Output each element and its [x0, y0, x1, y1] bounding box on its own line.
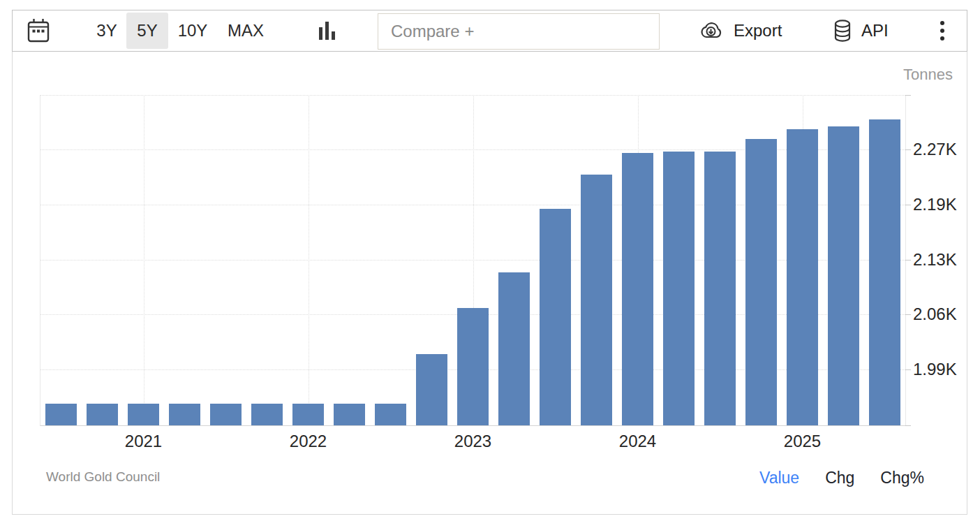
bar[interactable]: [498, 272, 530, 425]
bar[interactable]: [169, 404, 200, 425]
bar[interactable]: [45, 404, 77, 425]
bar[interactable]: [869, 119, 900, 425]
footer-tab-value[interactable]: Value: [759, 469, 799, 487]
export-button[interactable]: Export: [697, 10, 782, 51]
range-buttons: 3Y5Y10YMAX: [13, 10, 306, 51]
y-tick-mark: [905, 314, 911, 315]
footer-tab-chgpct[interactable]: Chg%: [880, 469, 924, 487]
range-button-max[interactable]: MAX: [225, 13, 266, 49]
x-axis-label: 2021: [125, 432, 162, 451]
bar[interactable]: [704, 152, 736, 425]
bar-chart-type-icon: [319, 27, 322, 40]
source-label: World Gold Council: [46, 469, 160, 485]
y-axis-label: 2.13K: [913, 250, 957, 270]
x-axis-label: 2024: [619, 432, 656, 451]
bar[interactable]: [540, 209, 571, 425]
range-button-3y[interactable]: 3Y: [95, 13, 119, 49]
y-axis-label: 2.19K: [913, 195, 957, 214]
bar[interactable]: [622, 153, 653, 425]
y-axis-label: 2.27K: [913, 140, 957, 159]
y-tick-mark: [905, 260, 911, 261]
kebab-menu-button[interactable]: [939, 10, 946, 51]
database-icon: [833, 19, 852, 43]
api-label: API: [861, 21, 889, 41]
bar[interactable]: [457, 308, 489, 425]
export-label: Export: [734, 21, 782, 41]
x-axis-label: 2025: [784, 432, 821, 451]
bar[interactable]: [210, 404, 242, 425]
bar[interactable]: [787, 129, 818, 425]
bar[interactable]: [128, 404, 159, 425]
compare-input[interactable]: [378, 13, 660, 50]
footer-tab-chg[interactable]: Chg: [825, 469, 854, 487]
x-axis-label: 2023: [454, 432, 491, 451]
chart-toolbar: 3Y5Y10YMAX Export API: [12, 10, 967, 52]
x-gridline: [309, 95, 309, 425]
bar[interactable]: [416, 354, 447, 425]
unit-label: Tonnes: [903, 66, 953, 84]
y-tick-mark: [905, 369, 911, 370]
bar[interactable]: [581, 175, 612, 425]
y-tick-mark: [905, 205, 911, 205]
bar[interactable]: [292, 404, 324, 425]
plot-area: 2.27K2.19K2.13K2.06K1.99K202120222023202…: [40, 95, 906, 426]
y-axis-label: 2.06K: [913, 305, 957, 324]
range-button-10y[interactable]: 10Y: [177, 13, 208, 49]
bar[interactable]: [375, 404, 406, 425]
bar[interactable]: [663, 152, 695, 425]
bar[interactable]: [87, 404, 118, 425]
y-tick-mark: [905, 149, 911, 150]
bar[interactable]: [828, 126, 859, 425]
api-button[interactable]: API: [833, 10, 889, 51]
kebab-menu-icon: [940, 29, 944, 33]
y-tick-mark: [905, 425, 911, 426]
kebab-menu-icon: [940, 21, 944, 25]
bar[interactable]: [251, 404, 283, 425]
bar[interactable]: [334, 404, 365, 425]
x-gridline: [144, 95, 144, 425]
y-axis-label: 1.99K: [913, 360, 957, 379]
chart-type-button[interactable]: [317, 20, 338, 41]
bar[interactable]: [745, 139, 777, 425]
footer-tabs: ValueChgChg%: [759, 469, 924, 487]
bar-chart-type-icon: [325, 22, 329, 40]
cloud-download-icon: [697, 20, 725, 41]
kebab-menu-icon: [940, 36, 944, 41]
chart-card: Tonnes 2.27K2.19K2.13K2.06K1.99K20212022…: [12, 52, 967, 515]
bar-chart-type-icon: [332, 31, 335, 40]
x-axis-label: 2022: [290, 432, 327, 451]
range-button-5y[interactable]: 5Y: [126, 13, 168, 49]
y-tick-mark: [905, 95, 911, 96]
